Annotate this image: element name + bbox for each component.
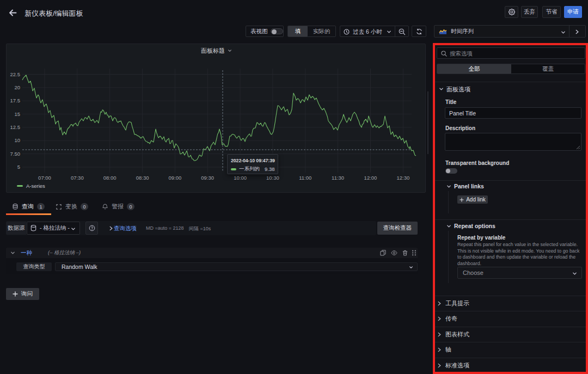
svg-text:07:30: 07:30	[71, 175, 84, 181]
svg-text:10: 10	[14, 137, 20, 143]
svg-text:11:30: 11:30	[332, 175, 344, 181]
svg-text:17.5: 17.5	[10, 97, 21, 103]
svg-text:07:00: 07:00	[38, 175, 51, 181]
svg-text:08:30: 08:30	[136, 175, 149, 181]
svg-text:08:00: 08:00	[103, 175, 117, 181]
svg-text:10:00: 10:00	[234, 175, 247, 181]
svg-text:11:00: 11:00	[299, 175, 311, 181]
svg-text:5: 5	[17, 164, 20, 170]
svg-text:20: 20	[14, 84, 20, 90]
svg-text:09:30: 09:30	[201, 175, 214, 181]
svg-text:10:30: 10:30	[266, 175, 279, 181]
svg-text:15: 15	[14, 111, 20, 117]
svg-text:12:30: 12:30	[397, 175, 410, 181]
svg-text:09:00: 09:00	[169, 175, 182, 181]
svg-text:12:00: 12:00	[364, 175, 377, 181]
svg-text:7.50: 7.50	[10, 151, 21, 157]
svg-text:22.5: 22.5	[10, 71, 21, 77]
svg-text:12.5: 12.5	[10, 124, 21, 130]
